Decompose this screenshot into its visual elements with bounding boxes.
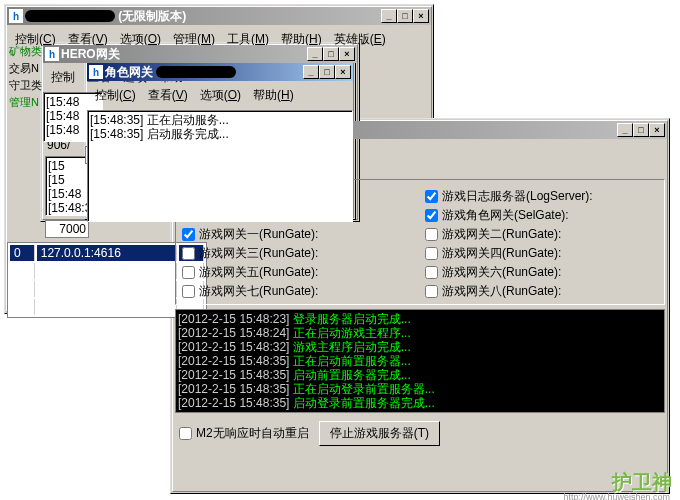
console-line: [2012-2-15 15:48:32] 游戏主程序启动完成... xyxy=(178,340,662,354)
server-check[interactable]: 游戏网关一(RunGate): xyxy=(182,226,415,243)
m2-autorestart-check[interactable]: M2无响应时自动重启 xyxy=(179,425,309,442)
log-line: [15:48:35] 启动服务完成... xyxy=(90,127,350,141)
close-button[interactable]: × xyxy=(335,65,351,79)
server-check[interactable]: 游戏角色网关(SelGate): xyxy=(425,207,658,224)
sidebar-item[interactable]: 管理N xyxy=(7,94,43,111)
app-icon: h xyxy=(89,65,103,79)
server-check[interactable]: 游戏网关三(RunGate): xyxy=(182,245,415,262)
menu-item[interactable]: 控制 xyxy=(45,67,81,88)
win3-log: [15:48:35] 正在启动服务...[15:48:35] 启动服务完成... xyxy=(87,110,353,222)
win2-titlebar[interactable]: h HERO网关 _ □ × xyxy=(43,45,357,63)
menu-item[interactable]: 选项(O) xyxy=(194,85,247,106)
win1-titlebar[interactable]: h (无限制版本) _ □ × xyxy=(7,7,431,25)
minimize-button[interactable]: _ xyxy=(303,65,319,79)
stop-server-button[interactable]: 停止游戏服务器(T) xyxy=(319,421,440,446)
menu-item[interactable]: 查看(V) xyxy=(142,85,194,106)
close-button[interactable]: × xyxy=(649,123,665,137)
watermark-url: http://www.huweishen.com xyxy=(563,492,670,500)
app-icon: h xyxy=(9,9,23,23)
sidebar-item[interactable]: 守卫类 xyxy=(7,77,43,94)
close-button[interactable]: × xyxy=(339,47,355,61)
win3-titlebar[interactable]: h 角色网关 _ □ × xyxy=(87,63,353,81)
role-gateway-window: h 角色网关 _ □ × 控制(C)查看(V)选项(O)帮助(H) [15:48… xyxy=(84,60,356,220)
console-line: [2012-2-15 15:48:35] 正在启动前置服务器... xyxy=(178,354,662,368)
app-icon: h xyxy=(45,47,59,61)
server-check[interactable]: 游戏网关五(RunGate): xyxy=(182,264,415,281)
server-check[interactable]: 游戏网关八(RunGate): xyxy=(425,283,658,300)
server-check[interactable]: 游戏日志服务器(LogServer): xyxy=(425,188,658,205)
sidebar-item[interactable]: 矿物类 xyxy=(7,43,43,60)
console-line: [2012-2-15 15:48:35] 启动登录前置服务器完成... xyxy=(178,396,662,410)
minimize-button[interactable]: _ xyxy=(381,9,397,23)
close-button[interactable]: × xyxy=(413,9,429,23)
win3-menubar: 控制(C)查看(V)选项(O)帮助(H) xyxy=(85,83,355,108)
win3-title: 角色网关 xyxy=(105,64,303,81)
minimize-button[interactable]: _ xyxy=(617,123,633,137)
console-line: [2012-2-15 15:48:35] 正在启动登录前置服务器... xyxy=(178,382,662,396)
console-line: [2012-2-15 15:48:35] 启动前置服务器完成... xyxy=(178,368,662,382)
server-check[interactable]: 游戏网关六(RunGate): xyxy=(425,264,658,281)
server-check[interactable]: 游戏网关七(RunGate): xyxy=(182,283,415,300)
console-log: [2012-2-15 15:48:23] 登录服务器启动完成...[2012-2… xyxy=(175,309,665,413)
maximize-button[interactable]: □ xyxy=(319,65,335,79)
sidebar-item[interactable]: 交易N xyxy=(7,60,43,77)
server-check[interactable]: 游戏网关二(RunGate): xyxy=(425,226,658,243)
win2-title: HERO网关 xyxy=(61,46,307,63)
console-line: [2012-2-15 15:48:24] 正在启动游戏主程序... xyxy=(178,326,662,340)
minimize-button[interactable]: _ xyxy=(307,47,323,61)
log-line: [15:48:35] 正在启动服务... xyxy=(90,113,350,127)
port-input-1[interactable] xyxy=(45,220,89,238)
server-check[interactable]: 游戏网关四(RunGate): xyxy=(425,245,658,262)
maximize-button[interactable]: □ xyxy=(397,9,413,23)
maximize-button[interactable]: □ xyxy=(633,123,649,137)
console-line: [2012-2-15 15:48:23] 登录服务器启动完成... xyxy=(178,312,662,326)
menu-item[interactable]: 帮助(H) xyxy=(247,85,300,106)
menu-item[interactable]: 控制(C) xyxy=(89,85,142,106)
maximize-button[interactable]: □ xyxy=(323,47,339,61)
win1-title: (无限制版本) xyxy=(25,8,381,25)
win1-sidebar: 矿物类交易N守卫类管理N xyxy=(7,43,43,111)
